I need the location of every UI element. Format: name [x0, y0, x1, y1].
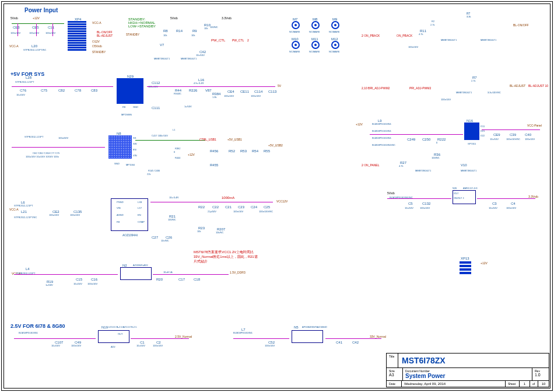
ref-r54: R54: [252, 149, 258, 153]
rail-vcca-aoz: VCC-A: [9, 208, 19, 211]
ref-v10-panel: V10: [461, 163, 467, 167]
part-mmbt-pn2: MMBT3904LT1: [461, 169, 476, 172]
mark-m10: [292, 41, 300, 49]
part-sp7315: SP7315: [468, 142, 476, 145]
ref-r145c406: R145 C406: [148, 169, 160, 172]
val-ce2: 100u/16V: [49, 214, 59, 216]
xp13-row3: [460, 268, 471, 271]
ref-c78: C78: [75, 89, 81, 92]
val-nc-m9: NC/MARK: [329, 30, 339, 33]
sig-bri-adj: 2,10 BRI_ADJ-PWM2: [362, 86, 390, 90]
tb-sheet: 1: [520, 381, 530, 387]
rail-33v: 33V_Normal: [370, 335, 386, 338]
val-c40: 100n/16V: [525, 138, 535, 141]
tb-date-lbl: Date:: [387, 381, 402, 387]
part-stpb-nc: STPB2012-121PT/NC: [23, 48, 46, 51]
ref-r226: R226: [189, 89, 197, 92]
ref-r22: R22: [198, 205, 205, 209]
val-100n-bladj: 100n/16V: [441, 98, 451, 101]
part-ams: AMS1117-3.3: [463, 187, 477, 190]
cn-note-3: 片式贴介: [194, 259, 208, 264]
ref-r55: R55: [264, 149, 270, 153]
ref-l28-top: L28: [26, 76, 31, 79]
part-mp2989: MP2989N: [121, 113, 132, 116]
wire-sys-out: [147, 86, 275, 87]
rail-3p3stb: 3.3Vstb: [222, 16, 232, 20]
part-stpb-sys: STPB2012-121PT: [15, 80, 34, 83]
ref-c132-ams: C132: [422, 202, 430, 205]
xp4-o5vstb: O5Vstb: [92, 44, 102, 48]
ref-ce5: CE5: [32, 26, 39, 29]
wire-usb: [12, 147, 105, 148]
ref-n29: N29: [127, 75, 134, 78]
val-rs40c: RS40C: [174, 92, 181, 95]
sig-bl-onoff-r: BL-ON/OFF: [513, 23, 529, 27]
val-r10: 10k: [204, 27, 208, 30]
xp4-o12v: O12V: [92, 40, 100, 43]
wire-panelout: [482, 130, 540, 130]
ref-r9: R9: [192, 29, 197, 33]
wire: [12, 23, 64, 24]
val-100n16v: 100n/16V: [45, 32, 55, 34]
val-1p3k: 1.3k: [212, 96, 217, 99]
chip-az1084: [120, 267, 152, 280]
part-mmbt-bladj: MMBT3904LT1: [456, 91, 472, 94]
val-c76: 10u/16V: [16, 93, 25, 96]
n29-vin: VIN: [110, 91, 114, 94]
ref-c15-ddr: C15: [76, 278, 82, 281]
ref-m10: M10: [292, 37, 299, 41]
n29-gnd: GND: [133, 106, 138, 108]
val-c15: 10u/16V: [73, 282, 82, 285]
xp13-12v: +12V: [481, 261, 488, 265]
ref-c76: C76: [20, 89, 26, 92]
ref-c75: C75: [41, 89, 47, 92]
ref-m12: M12: [331, 37, 338, 41]
chip-ap1084: [292, 330, 323, 343]
val-c49: 100n/16V: [71, 344, 81, 347]
ref-c83: C83: [91, 89, 97, 92]
ref-ce9: CE9: [493, 133, 500, 136]
ref-r53-usb: R53: [240, 149, 247, 153]
ref-ce11: CE11: [240, 90, 249, 93]
n8-vin: VIN: [133, 154, 137, 157]
aoz-fb: FB: [117, 220, 120, 223]
val-10uh1a: 10uH 1A: [163, 271, 173, 274]
part-blm-33: BLM18PG181SN1: [233, 331, 253, 334]
sig-bl-adj-out: BL-ADJUST: [510, 84, 525, 88]
ref-l21: L21: [21, 210, 27, 214]
val-r207: 10k/NC: [216, 231, 223, 234]
part-blm-3: BLM18PG181SN1: [372, 136, 391, 139]
ams-vout: VOUT: [454, 192, 458, 195]
val-nc-m10: NC/MARK: [289, 50, 300, 53]
ref-n2-az: N2: [122, 264, 127, 267]
tb-size: A3: [389, 373, 400, 377]
val-nc-m7: NC/MARK: [289, 30, 300, 33]
sig-bl-adj-out2: BL-ADJUST 10: [528, 84, 548, 88]
n8-sw: SW: [133, 142, 136, 145]
rail-5vstb: 5Vstb: [10, 16, 18, 20]
val-c39: 100n/16V/NC: [506, 138, 520, 141]
tb-of: of: [530, 381, 538, 387]
rail-12v-usb: +12V: [188, 153, 195, 156]
wire-vcc12: [150, 202, 273, 202]
aoz-en: EN: [138, 214, 141, 216]
val-l16: 4.9u 0.4R: [194, 82, 204, 85]
val-c22: 22p/50V: [208, 210, 216, 213]
tb-title-lbl: Title: [387, 354, 398, 368]
ref-c3-ams: C3: [492, 202, 497, 205]
val-2p7k-2: 2.7k: [471, 79, 476, 82]
rail-vcc12v: VCC12V: [276, 200, 287, 203]
rail-vcc-panel: VCC-Panel: [527, 124, 542, 127]
chip-n16: [464, 123, 479, 140]
val-c23: 100n/16V: [233, 210, 243, 213]
tb-product: MST6I78ZX: [398, 354, 549, 368]
ref-l20: L20: [31, 44, 37, 48]
val-nc-m8: NC/MARK: [309, 30, 320, 33]
xp4-vcca: VCC-A: [92, 21, 101, 24]
ref-n5-ap: N5: [294, 326, 299, 329]
ref-c22: C22: [212, 205, 219, 209]
ref-r14: R14: [176, 29, 183, 33]
ref-xp13: XP13: [461, 257, 469, 260]
val-100u16v-1: 100u/16V: [10, 32, 20, 34]
ref-c417: C417 100n/16V: [152, 134, 168, 137]
